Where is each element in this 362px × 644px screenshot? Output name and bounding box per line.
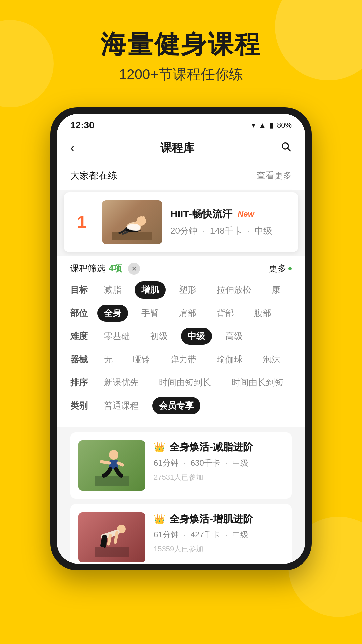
view-more-link[interactable]: 查看更多 [257, 170, 292, 181]
course-thumbnail [102, 200, 162, 244]
filter-tag-beibu[interactable]: 背部 [210, 305, 241, 322]
filter-tag-advanced[interactable]: 高级 [219, 328, 249, 345]
popular-section-label: 大家都在练 [70, 169, 117, 182]
filter-tag-dumbbell[interactable]: 哑铃 [126, 351, 157, 368]
filter-tag-beginner[interactable]: 初级 [143, 328, 174, 345]
svg-line-16 [105, 537, 105, 546]
filter-label-level: 难度 [70, 330, 97, 342]
course-level-1: 中级 [232, 458, 248, 467]
filter-row-equipment: 器械 无 哑铃 弹力带 瑜伽球 泡沫 [70, 351, 292, 368]
separator-1: · [202, 226, 205, 236]
filter-clear-button[interactable]: ✕ [128, 263, 140, 275]
svg-point-7 [109, 450, 118, 460]
course-participants-2: 15359人已参加 [154, 544, 284, 554]
filter-more-label: 更多 [269, 263, 286, 274]
filter-row-sort: 排序 新课优先 时间由短到长 时间由长到短 [70, 374, 292, 391]
filter-tag-zengjia[interactable]: 增肌 [135, 281, 166, 299]
course-list: 👑 全身焕活-减脂进阶 61分钟 · 630千卡 · 中级 27531人已参加 [57, 427, 305, 564]
filter-label-body: 部位 [70, 307, 97, 319]
course-name-row-1: 👑 全身焕活-减脂进阶 [154, 440, 284, 454]
battery-text: 80% [277, 121, 292, 130]
section-header: 大家都在练 查看更多 [57, 162, 305, 190]
filter-tag-quanshen[interactable]: 全身 [97, 305, 128, 322]
sub-title: 1200+节课程任你练 [0, 65, 362, 84]
filter-tags-category: 普通课程 会员专享 [97, 397, 200, 414]
filter-label-equipment: 器械 [70, 354, 97, 365]
thumb-image-1 [78, 440, 145, 491]
filter-tag-shoubi[interactable]: 手臂 [135, 305, 166, 322]
course-thumb-1 [78, 440, 145, 491]
filter-tag-jianbu[interactable]: 肩部 [172, 305, 203, 322]
course-level-2: 中级 [232, 530, 248, 539]
course-item-name-2: 全身焕活-增肌进阶 [169, 512, 253, 526]
filter-label-goal: 目标 [70, 284, 97, 296]
signal-icon: ▲ [259, 121, 266, 130]
course-item-name-1: 全身焕活-减脂进阶 [169, 440, 253, 454]
filter-row-level: 难度 零基础 初级 中级 高级 [70, 328, 292, 345]
thumb-image-2 [78, 512, 145, 562]
filter-label-sort: 排序 [70, 377, 97, 388]
featured-course-card[interactable]: 1 [64, 192, 298, 252]
filter-tags-equipment: 无 哑铃 弹力带 瑜伽球 泡沫 [97, 351, 287, 368]
filter-tag-fubu[interactable]: 腹部 [247, 305, 278, 322]
course-item-meta-2: 61分钟 · 427千卡 · 中级 [154, 529, 284, 540]
new-badge: New [238, 209, 254, 219]
svg-rect-2 [112, 232, 152, 240]
filter-tags-body: 全身 手臂 肩部 背部 腹部 [97, 305, 278, 322]
filter-tag-band[interactable]: 弹力带 [164, 351, 203, 368]
back-button[interactable]: ‹ [70, 141, 74, 155]
filter-tag-jiezhi[interactable]: 减脂 [97, 281, 128, 299]
course-duration-2: 61分钟 [154, 530, 179, 539]
course-item-info-2: 👑 全身焕活-增肌进阶 61分钟 · 427千卡 · 中级 15359人已参加 [154, 512, 284, 554]
filter-tag-short-first[interactable]: 时间由短到长 [152, 374, 218, 391]
phone-screen: 12:30 ▾ ▲ ▮ 80% ‹ 课程库 [57, 114, 305, 564]
filter-tags-level: 零基础 初级 中级 高级 [97, 328, 249, 345]
filter-row-body: 部位 全身 手臂 肩部 背部 腹部 [70, 305, 292, 322]
filter-tag-yoga-ball[interactable]: 瑜伽球 [210, 351, 249, 368]
status-icons: ▾ ▲ ▮ 80% [252, 121, 292, 130]
rank-number: 1 [77, 212, 94, 232]
course-item-info-1: 👑 全身焕活-减脂进阶 61分钟 · 630千卡 · 中级 27531人已参加 [154, 440, 284, 482]
filter-more-button[interactable]: 更多 [269, 263, 292, 274]
nav-bar: ‹ 课程库 [57, 134, 305, 162]
filter-tag-long-first[interactable]: 时间由长到短 [225, 374, 290, 391]
crown-icon-2: 👑 [154, 514, 165, 525]
filter-tag-new-first[interactable]: 新课优先 [97, 374, 145, 391]
svg-line-9 [101, 462, 109, 463]
course-meta: 20分钟 · 148千卡 · 中级 [170, 225, 285, 237]
filter-header: 课程筛选 4项 ✕ 更多 [70, 263, 292, 275]
phone-wrapper: 12:30 ▾ ▲ ▮ 80% ‹ 课程库 [0, 107, 362, 570]
filter-tag-normal[interactable]: 普通课程 [97, 397, 145, 414]
course-item-1[interactable]: 👑 全身焕活-减脂进阶 61分钟 · 630千卡 · 中级 27531人已参加 [70, 432, 292, 499]
course-duration: 20分钟 [170, 226, 197, 236]
filter-row-goal: 目标 减脂 增肌 塑形 拉伸放松 康 [70, 281, 292, 299]
filter-label-category: 类别 [70, 400, 97, 412]
course-item-meta-1: 61分钟 · 630千卡 · 中级 [154, 458, 284, 468]
filter-tag-zero[interactable]: 零基础 [97, 328, 137, 345]
filter-tag-lashen[interactable]: 拉伸放松 [210, 281, 258, 299]
svg-line-14 [109, 535, 110, 544]
filter-tag-none[interactable]: 无 [97, 351, 119, 368]
filter-row-category: 类别 普通课程 会员专享 [70, 397, 292, 414]
status-time: 12:30 [70, 120, 95, 131]
course-item-2[interactable]: 👑 全身焕活-增肌进阶 61分钟 · 427千卡 · 中级 15359人已参加 [70, 504, 292, 564]
svg-rect-11 [95, 547, 129, 557]
header-section: 海量健身课程 1200+节课程任你练 [0, 0, 362, 97]
svg-line-10 [118, 463, 123, 465]
main-title: 海量健身课程 [0, 30, 362, 58]
search-button[interactable] [280, 141, 292, 155]
svg-line-1 [288, 148, 290, 151]
course-level: 中级 [255, 226, 272, 236]
course-thumb-2 [78, 512, 145, 562]
filter-tag-suxing[interactable]: 塑形 [172, 281, 203, 299]
filter-tag-foam[interactable]: 泡沫 [256, 351, 287, 368]
course-duration-1: 61分钟 [154, 458, 179, 467]
filter-tag-mid[interactable]: 中级 [181, 328, 212, 345]
crown-icon-1: 👑 [154, 442, 165, 453]
phone-frame: 12:30 ▾ ▲ ▮ 80% ‹ 课程库 [50, 107, 312, 570]
course-name-row-2: 👑 全身焕活-增肌进阶 [154, 512, 284, 526]
filter-tag-member[interactable]: 会员专享 [152, 397, 200, 414]
filter-tag-kang[interactable]: 康 [265, 281, 287, 299]
filter-header-left: 课程筛选 4项 ✕ [70, 263, 140, 275]
content-area: 大家都在练 查看更多 1 [57, 162, 305, 564]
